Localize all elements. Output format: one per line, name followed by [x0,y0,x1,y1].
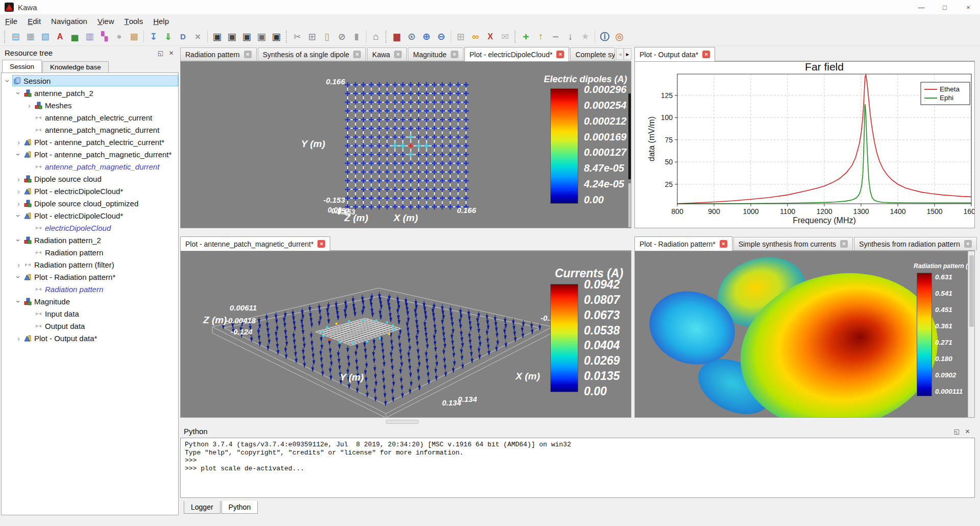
tree-item-dipole-source-cloud[interactable]: ›Dipole source cloud [2,173,178,185]
menu-file[interactable]: File [0,14,22,28]
tab-scroll-right-icon[interactable]: ▸ [624,48,631,60]
new-session-icon[interactable]: ▤ [8,30,23,43]
cancel-icon[interactable]: ⊘ [334,30,349,43]
tree-item-antenne-patch-2[interactable]: ›antenne_patch_2 [2,87,178,99]
tree-item-dipole-source-cloud-optimized[interactable]: ›Dipole source cloud_optimized [2,197,178,209]
tab-session[interactable]: Session [2,60,42,73]
plot-tools-icon[interactable]: ▆ [389,30,404,43]
tree-item-input-data[interactable]: Input data [2,307,178,320]
zoom-original-icon[interactable]: ⊙ [404,30,419,43]
menu-tools[interactable]: Tools [119,14,148,28]
expander-icon[interactable]: › [4,77,12,85]
dipole-cloud-plot-viewport[interactable]: 0.166Y (m)-0.153Z (m)X (m)0.1660.000.152… [180,61,631,228]
close-panel-icon[interactable]: ✕ [166,48,177,58]
tree-item-session[interactable]: ›Session [2,75,178,87]
move-up-icon[interactable]: ↑ [533,30,548,43]
tree-item-magnitude[interactable]: ›Magnitude [2,295,178,307]
tree-item-electricdipolecloud[interactable]: electricDipoleCloud [2,222,178,234]
tree-item-meshes[interactable]: ›Meshes [2,99,178,111]
image-export-icon[interactable]: ▧ [38,30,53,43]
delete-icon[interactable]: X [483,30,498,43]
magnetic-current-plot-viewport[interactable]: 0.00611Z (m)-0.00418-0.124Y (m)X (m)-0.1… [180,251,631,418]
close-button[interactable]: × [957,0,980,14]
tab-logger[interactable]: Logger [184,501,220,514]
minimize-button[interactable]: — [910,0,933,14]
remove-icon[interactable]: − [548,30,563,43]
menu-navigation[interactable]: Navigation [46,14,92,28]
tree-item-plot-output-data[interactable]: ›Plot - Output data* [2,332,178,344]
move-down-icon[interactable]: ↓ [563,30,578,43]
scrollbar-thumb[interactable] [969,255,974,327]
close-icon[interactable]: × [964,240,972,248]
float-panel-icon[interactable]: ◱ [155,48,166,58]
tab-python[interactable]: Python [222,501,258,514]
chart-export-icon[interactable]: ▅ [67,30,82,43]
far-field-chart[interactable]: 8009001000110012001300140015001600255075… [634,61,975,228]
tab-synthesis-from-radiation-pattern[interactable]: Synthesis from radiation pattern× [854,237,977,250]
home-icon[interactable]: ⌂ [369,30,383,43]
expander-icon[interactable]: › [15,236,22,245]
close-icon[interactable]: × [244,51,252,58]
expander-icon[interactable]: › [15,89,22,98]
scrollbar-thumb[interactable] [628,183,631,227]
tab-simple-synthesis-from-currents[interactable]: Simple synthesis from currents× [733,237,853,250]
expander-icon[interactable]: › [15,273,22,281]
close-panel-icon[interactable]: ✕ [962,426,973,436]
tab-plot-antenne-patch-magnetic-durrent[interactable]: Plot - antenne_patch_magnetic_durrent*× [180,236,330,251]
save-icon[interactable]: ▣ [210,30,225,43]
close-icon[interactable]: × [720,240,727,248]
save-disabled-icon[interactable]: ▣ [254,30,269,43]
tree-item-antenne-patch-magnetic-durrent[interactable]: antenne_patch_magnetic_durrent [2,124,178,136]
expander-icon[interactable]: › [14,187,23,195]
clear-icon[interactable]: × [190,30,205,43]
scrollbar[interactable] [968,251,974,417]
pdf-export-icon[interactable]: A [53,30,67,43]
radiation-pattern-plot-viewport[interactable]: Radiation pattern (V/m)0.6310.5410.4510.… [634,251,975,418]
info-icon[interactable]: ⓘ [597,30,612,43]
tree-item-radiation-pattern-2[interactable]: ›Radiation pattern_2 [2,234,178,246]
tree-item-radiation-pattern-filter[interactable]: ›Radiation pattern (filter) [2,258,178,271]
menu-view[interactable]: View [92,14,119,28]
splitter-handle[interactable] [386,420,419,424]
paste-icon[interactable]: ▯ [320,30,334,43]
target-icon[interactable]: ◎ [612,30,627,43]
send-icon[interactable]: ✉ [498,30,512,43]
tab-plot-output-data[interactable]: Plot - Output data*× [634,47,715,61]
favorite-icon[interactable]: ★ [578,30,593,43]
menu-edit[interactable]: Edit [22,14,46,28]
expander-icon[interactable]: › [14,138,23,146]
tree-item-plot-electricdipolecloud[interactable]: ›Plot - electricDipoleCloud* [2,209,178,222]
close-icon[interactable]: × [451,51,458,58]
expander-icon[interactable]: › [15,297,22,306]
save-data-icon[interactable]: ▣ [269,30,284,43]
expander-icon[interactable]: › [14,261,23,269]
python-console[interactable]: Python 3.7.4 (tags/v3.7.4:e09359112e, Ju… [180,438,975,498]
tab-kawa[interactable]: Kawa× [367,47,407,61]
close-icon[interactable]: × [353,51,361,58]
package-icon[interactable]: ▩ [127,30,141,43]
close-icon[interactable]: × [840,240,848,248]
report-icon[interactable]: ▥ [82,30,97,43]
expander-icon[interactable]: › [14,200,23,207]
copy-icon[interactable]: ⊞ [305,30,320,43]
delete-column-icon[interactable]: ▮ [349,30,364,43]
expander-icon[interactable]: › [15,211,22,220]
zoom-in-icon[interactable]: ⊕ [419,30,434,43]
tree-item-plot-radiation-pattern[interactable]: ›Plot - Radiation pattern* [2,271,178,283]
float-panel-icon[interactable]: ◱ [951,426,962,436]
tab-scroll-left-icon[interactable]: ◂ [616,48,624,60]
expander-icon[interactable]: › [15,150,22,159]
tab-plot-radiation-pattern[interactable]: Plot - Radiation pattern*× [634,236,732,251]
tree-item-plot-electricdipolecloud[interactable]: ›Plot - electricDipoleCloud* [2,185,178,197]
duplicate-view-icon[interactable]: ⊞ [453,30,468,43]
close-icon[interactable]: × [317,240,325,248]
expander-icon[interactable]: › [25,102,34,109]
blocks-icon[interactable]: ▚ [97,30,112,43]
search-icon[interactable]: ∞ [468,30,483,43]
import-data-icon[interactable]: ↧ [146,30,161,43]
tree-item-antenne-patch-electric-current[interactable]: antenne_patch_electric_current [2,111,178,124]
close-icon[interactable]: × [702,51,710,58]
tree-item-output-data[interactable]: Output data [2,320,178,332]
tab-plot-electricdipolecloud[interactable]: Plot - electricDipoleCloud*× [464,47,570,61]
tree-item-plot-antenne-patch-electric-current[interactable]: ›Plot - antenne_patch_electric_current* [2,136,178,148]
